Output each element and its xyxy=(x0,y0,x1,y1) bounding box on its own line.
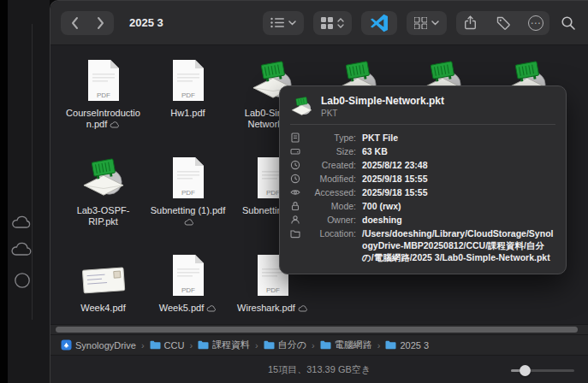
eye-icon xyxy=(290,186,305,197)
group-view-icon xyxy=(414,17,427,29)
chevron-right-icon xyxy=(97,16,105,30)
slider-knob[interactable] xyxy=(520,365,531,376)
cloud-status-icon xyxy=(206,305,217,312)
cloud-shape-icon[interactable] xyxy=(10,242,34,256)
popover-header: Lab0-Simple-Network.pkt PKT xyxy=(290,95,555,125)
nav-controls xyxy=(61,11,114,35)
info-row-owner: Owner: doeshing xyxy=(290,214,555,226)
chevron-down-icon xyxy=(288,21,296,26)
file-name: CourseIntroduction.pdf xyxy=(66,108,140,129)
file-name: Week5.pdf xyxy=(159,303,204,313)
window-title: 2025 3 xyxy=(129,16,163,29)
folder-icon xyxy=(198,340,209,350)
search-button[interactable] xyxy=(559,11,578,35)
folder-icon xyxy=(290,227,305,239)
pdf-file-icon: PDF xyxy=(171,153,205,199)
popover-title: Lab0-Simple-Network.pkt xyxy=(321,95,444,107)
info-row-type: Type: PKT File xyxy=(290,132,555,144)
info-row-created: Created: 2025/8/12 23:48 xyxy=(290,159,555,171)
storage-icon xyxy=(290,145,305,156)
folder-icon xyxy=(385,340,396,350)
grid-view-icon xyxy=(321,17,333,29)
folder-icon xyxy=(264,340,275,350)
cloud-status-icon xyxy=(184,219,194,226)
clock-icon xyxy=(290,173,305,184)
file-browser-content: PDF CourseIntroduction.pdf PDF Hw1.pdf L… xyxy=(50,45,588,324)
info-row-location: Location: /Users/doeshing/Library/CloudS… xyxy=(290,227,555,263)
vscode-button[interactable] xyxy=(361,11,397,35)
clock-icon xyxy=(290,159,305,170)
toolbar: 2025 3 xyxy=(50,1,588,45)
share-button[interactable] xyxy=(456,11,484,35)
pdf-file-icon: PDF xyxy=(171,56,205,102)
info-row-modified: Modified: 2025/9/18 15:55 xyxy=(290,173,555,185)
list-view-icon xyxy=(270,17,284,28)
chevron-left-icon xyxy=(70,16,79,30)
file-name: Hw1.pdf xyxy=(170,108,205,118)
document-icon xyxy=(290,132,305,143)
status-text: 15項目、313.39 GB空き xyxy=(268,363,371,376)
file-name: Lab3-OSPF-RIP.pkt xyxy=(77,205,130,227)
path-separator: › xyxy=(189,340,193,351)
finder-window: 2025 3 xyxy=(50,0,588,383)
scrollbar-thumb[interactable] xyxy=(56,327,578,333)
path-item-2025-3[interactable]: 2025 3 xyxy=(385,340,429,351)
popover-subtitle: PKT xyxy=(321,109,444,118)
path-separator: › xyxy=(141,340,145,351)
svg-text:PDF: PDF xyxy=(266,189,280,197)
svg-text:PDF: PDF xyxy=(181,189,195,197)
group-by-button[interactable] xyxy=(407,11,447,35)
ellipsis-icon: ⋯ xyxy=(528,15,543,31)
actions-group: ⋯ xyxy=(456,11,549,35)
path-separator: › xyxy=(377,340,381,351)
popover-rows: Type: PKT File Size: 63 KB Created: 2025… xyxy=(290,125,555,263)
tag-icon xyxy=(496,16,510,30)
view-options-button[interactable] xyxy=(263,11,304,35)
folder-icon xyxy=(150,340,161,350)
file-name: Week4.pdf xyxy=(80,303,125,313)
info-row-mode: Mode: 700 (rwx) xyxy=(290,200,555,212)
info-row-accessed: Accessed: 2025/9/18 15:55 xyxy=(290,186,555,198)
background-divider xyxy=(32,24,33,320)
screen-edge xyxy=(0,0,8,383)
file-info-popover: Lab0-Simple-Network.pkt PKT Type: PKT Fi… xyxy=(279,85,567,274)
cloud-status-icon xyxy=(298,305,308,312)
horizontal-scrollbar xyxy=(50,324,588,334)
file-item[interactable]: Lab3-OSPF-RIP.pkt xyxy=(61,146,146,244)
file-name: Wireshark.pdf xyxy=(237,303,295,313)
svg-text:PDF: PDF xyxy=(266,286,280,294)
vscode-icon xyxy=(369,13,389,33)
folder-icon xyxy=(320,340,331,350)
file-item[interactable]: PDF Hw1.pdf xyxy=(146,49,230,146)
status-bar: 15項目、313.39 GB空き xyxy=(50,355,588,383)
up-down-chevrons-icon xyxy=(337,18,344,28)
share-icon xyxy=(464,15,477,30)
svg-text:PDF: PDF xyxy=(181,91,195,99)
toolbar-right: ⋯ xyxy=(263,11,578,35)
more-button[interactable]: ⋯ xyxy=(521,11,549,35)
path-item-ccu[interactable]: CCU xyxy=(150,340,185,351)
lock-icon xyxy=(290,200,305,211)
search-icon xyxy=(561,15,576,31)
icon-zoom-slider[interactable] xyxy=(511,364,574,376)
circle-shape-icon[interactable] xyxy=(14,272,31,289)
icon-size-button[interactable] xyxy=(313,11,352,35)
cloud-shape-icon[interactable] xyxy=(11,215,33,229)
forward-button[interactable] xyxy=(87,11,114,35)
svg-text:PDF: PDF xyxy=(97,91,110,99)
path-separator: › xyxy=(255,340,258,351)
pdf-file-icon: PDF xyxy=(86,56,121,102)
back-button[interactable] xyxy=(61,11,87,35)
pkt-file-icon xyxy=(290,97,313,117)
pdf-file-icon: PDF xyxy=(171,250,205,297)
letter-file-icon xyxy=(80,250,127,297)
file-item[interactable]: PDF Subnetting (1).pdf xyxy=(146,146,230,244)
info-row-size: Size: 63 KB xyxy=(290,145,555,157)
chevron-down-icon xyxy=(431,21,439,26)
cloud-status-icon xyxy=(110,121,120,128)
svg-text:PDF: PDF xyxy=(181,286,195,294)
tag-button[interactable] xyxy=(489,11,517,35)
pkt-file-icon xyxy=(80,153,127,199)
file-name: Subnetting (1).pdf xyxy=(151,205,225,215)
file-item[interactable]: PDF CourseIntroduction.pdf xyxy=(61,49,146,146)
